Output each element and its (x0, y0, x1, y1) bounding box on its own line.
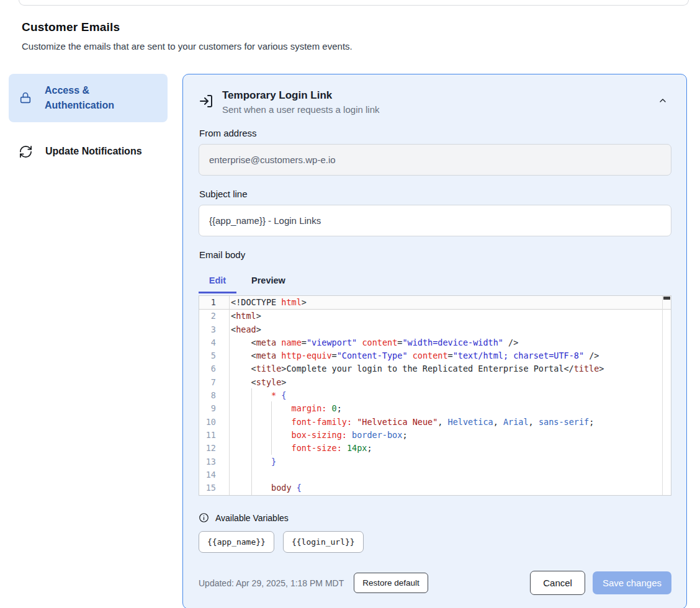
code-line: 2<html> (199, 310, 671, 323)
code-text: font-size: 14px; (229, 442, 372, 455)
refresh-icon (19, 145, 33, 159)
page-subtitle: Customize the emails that are sent to yo… (22, 41, 700, 51)
editor-scrollbar-thumb[interactable] (663, 297, 670, 300)
save-changes-button[interactable]: Save changes (593, 571, 671, 594)
email-body-label: Email body (199, 249, 671, 260)
line-number: 13 (199, 455, 229, 468)
code-line: 12 font-size: 14px; (199, 442, 671, 455)
line-number: 2 (199, 310, 229, 323)
variable-chip[interactable]: {{login_url}} (283, 531, 364, 553)
main-content: Access & AuthenticationUpdate Notificati… (9, 74, 687, 608)
indent-guide (251, 388, 252, 495)
code-line: 9 margin: 0; (199, 402, 671, 415)
editor-tabs: EditPreview (199, 269, 671, 293)
sidebar-item-label: Update Notifications (45, 144, 142, 159)
line-number: 3 (199, 323, 229, 336)
line-number: 15 (199, 481, 229, 494)
line-number: 10 (199, 416, 229, 429)
code-line: 1<!DOCTYPE html> (199, 296, 671, 310)
code-line: 5 <meta http-equiv="Content-Type" conten… (199, 349, 671, 362)
code-text: <!DOCTYPE html> (229, 296, 307, 309)
chevron-up-icon (658, 96, 668, 107)
subject-line-input[interactable] (199, 205, 671, 236)
email-types-sidebar: Access & AuthenticationUpdate Notificati… (9, 74, 168, 181)
code-line: 8 * { (199, 389, 671, 402)
code-line: 6 <title>Complete your login to the Repl… (199, 362, 671, 375)
line-number: 12 (199, 442, 229, 455)
restore-default-button[interactable]: Restore default (354, 573, 428, 593)
code-line: 15 body { (199, 481, 671, 494)
line-number: 9 (199, 402, 229, 415)
code-text: <title>Complete your login to the Replic… (229, 362, 604, 375)
variable-chips: {{app_name}}{{login_url}} (199, 531, 671, 553)
sidebar-item-label: Access & Authentication (45, 83, 158, 113)
panel-title: Temporary Login Link (222, 89, 645, 102)
line-number: 1 (199, 296, 229, 309)
line-number: 6 (199, 362, 229, 375)
available-variables-row: Available Variables (199, 512, 671, 523)
code-text: * { (229, 389, 286, 402)
top-card-bottom-edge (19, 0, 689, 6)
code-line: 13 } (199, 455, 671, 468)
code-text: margin: 0; (229, 402, 342, 415)
code-text: } (229, 455, 276, 468)
code-line: 4 <meta name="viewport" content="width=d… (199, 336, 671, 349)
sidebar-item-access-authentication[interactable]: Access & Authentication (9, 74, 168, 122)
code-editor[interactable]: 1<!DOCTYPE html>2<html>3<head>4 <meta na… (199, 295, 671, 496)
panel-header-text: Temporary Login Link Sent when a user re… (222, 89, 645, 115)
code-text: body { (229, 481, 302, 494)
variable-chip[interactable]: {{app_name}} (199, 531, 274, 553)
code-editor-lines: 1<!DOCTYPE html>2<html>3<head>4 <meta na… (199, 296, 671, 496)
line-number: 14 (199, 468, 229, 481)
code-text: box-sizing: border-box; (229, 429, 408, 442)
code-line: 16 background-color: #f6f9fc; (199, 494, 671, 496)
code-text: <meta http-equiv="Content-Type" content=… (229, 349, 599, 362)
panel-footer: Updated: Apr 29, 2025, 1:18 PM MDT Resto… (199, 571, 671, 595)
from-address-label: From address (199, 128, 671, 138)
code-line: 3<head> (199, 323, 671, 336)
panel-header: Temporary Login Link Sent when a user re… (199, 89, 671, 115)
login-icon (199, 94, 213, 109)
line-number: 8 (199, 389, 229, 402)
code-line: 14 (199, 468, 671, 481)
email-settings-panel: Temporary Login Link Sent when a user re… (182, 74, 687, 608)
line-number: 11 (199, 429, 229, 442)
line-number: 7 (199, 376, 229, 389)
cancel-button[interactable]: Cancel (530, 571, 585, 595)
tab-preview[interactable]: Preview (236, 269, 300, 293)
code-text: background-color: #f6f9fc; (229, 494, 423, 496)
tab-edit[interactable]: Edit (199, 269, 236, 293)
code-text: <meta name="viewport" content="width=dev… (229, 336, 518, 349)
code-line: 11 box-sizing: border-box; (199, 429, 671, 442)
code-text: <style> (229, 376, 286, 389)
from-address-input[interactable] (199, 144, 671, 176)
line-number: 16 (199, 494, 229, 496)
lock-icon (19, 91, 32, 105)
sidebar-item-update-notifications[interactable]: Update Notifications (9, 135, 168, 168)
code-line: 7 <style> (199, 376, 671, 389)
line-number: 4 (199, 336, 229, 349)
code-text: <head> (229, 323, 261, 336)
gutter-divider (229, 296, 230, 495)
info-icon (199, 512, 209, 523)
line-number: 5 (199, 349, 229, 362)
code-line: 10 font-family: "Helvetica Neue", Helvet… (199, 416, 671, 429)
editor-scrollbar-track[interactable] (662, 296, 663, 495)
indent-guide (271, 401, 272, 455)
page-title: Customer Emails (22, 20, 700, 34)
collapse-button[interactable] (654, 92, 671, 111)
code-text: <html> (229, 310, 261, 323)
updated-timestamp: Updated: Apr 29, 2025, 1:18 PM MDT (199, 578, 344, 588)
panel-subtitle: Sent when a user requests a login link (222, 104, 645, 115)
subject-line-label: Subject line (199, 189, 671, 199)
code-text: font-family: "Helvetica Neue", Helvetica… (229, 416, 594, 429)
available-variables-label: Available Variables (215, 513, 289, 523)
